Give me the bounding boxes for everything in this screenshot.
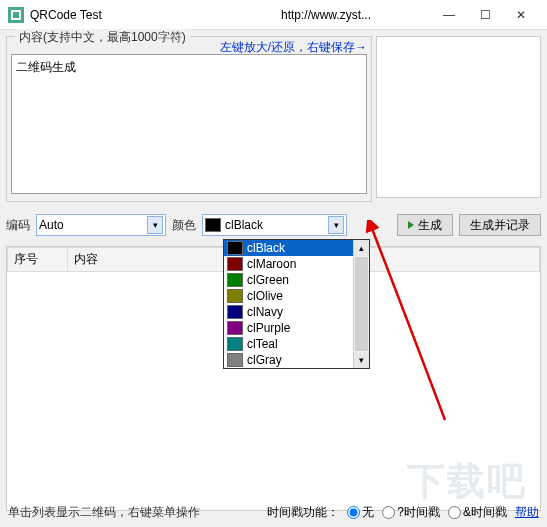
color-swatch-icon [227, 337, 243, 351]
color-option-label: clPurple [247, 321, 290, 335]
close-button[interactable]: ✕ [503, 3, 539, 27]
generate-label: 生成 [418, 217, 442, 234]
color-option[interactable]: clOlive [224, 288, 369, 304]
color-option[interactable]: clBlack [224, 240, 369, 256]
window-title: QRCode Test [30, 8, 102, 22]
title-bar: QRCode Test http://www.zyst... — ☐ ✕ [0, 0, 547, 30]
help-link[interactable]: 帮助 [515, 504, 539, 521]
color-swatch-icon [205, 218, 221, 232]
color-swatch-icon [227, 289, 243, 303]
content-textarea[interactable] [11, 54, 367, 194]
color-swatch-icon [227, 241, 243, 255]
color-swatch-icon [227, 353, 243, 367]
chevron-down-icon: ▾ [147, 216, 163, 234]
generate-record-label: 生成并记录 [470, 217, 530, 234]
color-option-label: clBlack [247, 241, 285, 255]
color-swatch-icon [227, 321, 243, 335]
color-option[interactable]: clTeal [224, 336, 369, 352]
color-option-label: clMaroon [247, 257, 296, 271]
radio-ampersand[interactable]: &时间戳 [448, 504, 507, 521]
color-option-label: clTeal [247, 337, 278, 351]
app-icon [8, 7, 24, 23]
content-legend: 内容(支持中文，最高1000字符) [15, 29, 190, 46]
color-swatch-icon [227, 273, 243, 287]
content-groupbox: 内容(支持中文，最高1000字符) 左键放大/还原，右键保存→ [6, 36, 372, 202]
encoding-value: Auto [39, 218, 147, 232]
generate-button[interactable]: 生成 [397, 214, 453, 236]
color-combobox[interactable]: clBlack ▾ [202, 214, 347, 236]
col-seq[interactable]: 序号 [8, 248, 68, 272]
encoding-combobox[interactable]: Auto ▾ [36, 214, 166, 236]
generate-record-button[interactable]: 生成并记录 [459, 214, 541, 236]
encoding-label: 编码 [6, 217, 30, 234]
color-option[interactable]: clGreen [224, 272, 369, 288]
maximize-button[interactable]: ☐ [467, 3, 503, 27]
footer-hint: 单击列表显示二维码，右键菜单操作 [8, 504, 200, 521]
color-swatch-icon [227, 305, 243, 319]
chevron-down-icon: ▾ [328, 216, 344, 234]
radio-none[interactable]: 无 [347, 504, 374, 521]
color-option[interactable]: clMaroon [224, 256, 369, 272]
radio-question[interactable]: ?时间戳 [382, 504, 440, 521]
color-swatch-icon [227, 257, 243, 271]
color-option[interactable]: clNavy [224, 304, 369, 320]
timestamp-label: 时间戳功能： [267, 504, 339, 521]
footer-bar: 单击列表显示二维码，右键菜单操作 时间戳功能： 无 ?时间戳 &时间戳 帮助 [8, 504, 539, 521]
color-dropdown-list[interactable]: clBlackclMaroonclGreenclOliveclNavyclPur… [223, 239, 370, 369]
color-option-label: clGreen [247, 273, 289, 287]
color-option[interactable]: clGray [224, 352, 369, 368]
color-option-label: clOlive [247, 289, 283, 303]
color-option-label: clNavy [247, 305, 283, 319]
zoom-hint: 左键放大/还原，右键保存→ [220, 39, 367, 56]
play-icon [408, 221, 414, 229]
color-option-label: clGray [247, 353, 282, 367]
window-url: http://www.zyst... [281, 8, 371, 22]
color-label: 颜色 [172, 217, 196, 234]
color-option[interactable]: clPurple [224, 320, 369, 336]
minimize-button[interactable]: — [431, 3, 467, 27]
dropdown-scrollbar[interactable]: ▴▾ [353, 240, 369, 368]
qr-preview-panel[interactable] [376, 36, 541, 198]
color-value: clBlack [225, 218, 328, 232]
svg-rect-2 [13, 12, 19, 18]
